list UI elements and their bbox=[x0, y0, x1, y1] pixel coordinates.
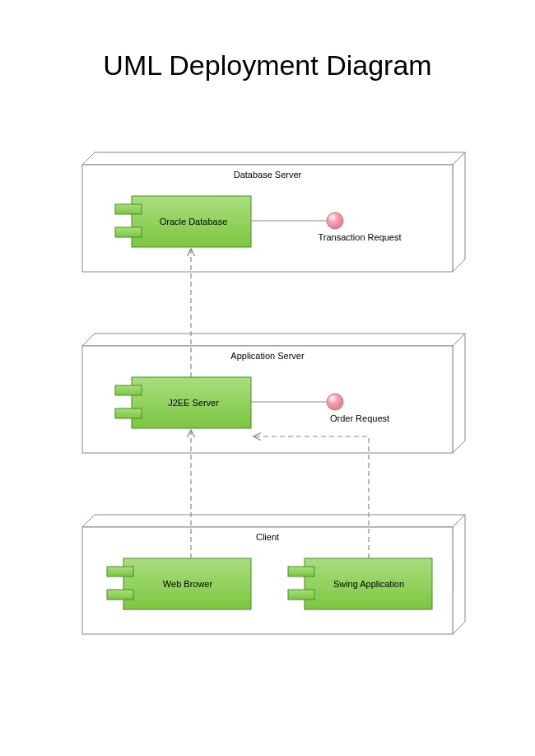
diagram-canvas: UML Deployment Diagram Dat bbox=[0, 0, 535, 756]
svg-marker-1 bbox=[453, 152, 465, 272]
diagram-svg: Database Server Oracle Database Transact… bbox=[0, 0, 535, 756]
svg-rect-11 bbox=[115, 385, 142, 395]
component-label-oracle: Oracle Database bbox=[160, 217, 228, 226]
interface-label-order: Order Request bbox=[330, 413, 389, 423]
component-j2ee-server: J2EE Server bbox=[115, 377, 251, 428]
interface-label-transaction: Transaction Request bbox=[318, 232, 401, 242]
svg-rect-18 bbox=[107, 567, 133, 576]
svg-rect-22 bbox=[288, 590, 314, 600]
node-label-db: Database Server bbox=[234, 170, 302, 180]
svg-marker-7 bbox=[82, 334, 465, 346]
node-label-app: Application Server bbox=[230, 351, 305, 361]
component-label-web: Web Brower bbox=[163, 579, 213, 589]
svg-marker-8 bbox=[453, 334, 465, 453]
component-oracle-database: Oracle Database bbox=[115, 196, 251, 247]
node-label-client: Client bbox=[256, 532, 279, 542]
svg-marker-0 bbox=[82, 152, 465, 165]
node-application-server: Application Server J2EE Server Order Req… bbox=[82, 334, 465, 453]
svg-rect-21 bbox=[288, 567, 314, 576]
node-client: Client Web Brower Swing Application bbox=[82, 515, 465, 634]
svg-rect-4 bbox=[115, 204, 142, 214]
svg-rect-19 bbox=[107, 590, 133, 600]
svg-rect-5 bbox=[115, 227, 142, 237]
component-swing-application: Swing Application bbox=[288, 558, 432, 609]
svg-rect-12 bbox=[115, 408, 142, 418]
interface-ball-icon bbox=[327, 394, 343, 410]
component-label-swing: Swing Application bbox=[333, 579, 404, 589]
interface-ball-icon bbox=[327, 212, 343, 229]
component-web-browser: Web Brower bbox=[107, 558, 251, 609]
svg-marker-15 bbox=[453, 515, 465, 634]
component-label-j2ee: J2EE Server bbox=[168, 398, 219, 408]
node-database-server: Database Server Oracle Database Transact… bbox=[82, 152, 465, 272]
svg-marker-14 bbox=[82, 515, 465, 527]
